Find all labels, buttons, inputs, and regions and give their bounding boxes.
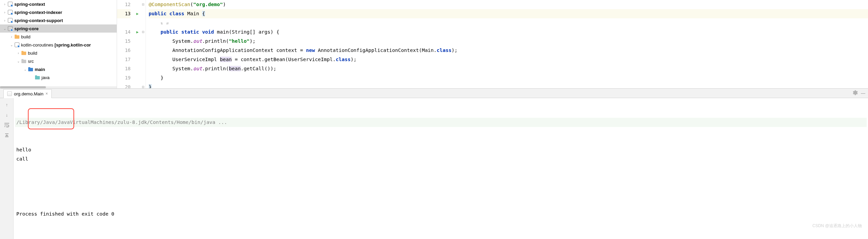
line-number[interactable]: 12 — [117, 0, 131, 9]
tree-item-build[interactable]: ›build — [0, 49, 117, 57]
tree-item-java[interactable]: java — [0, 73, 117, 81]
module-icon — [7, 18, 13, 23]
code-line[interactable]: System.out.println("hello"); — [149, 37, 868, 46]
console-area: ↑ ↓ /Library/Java/JavaVirtualMachines/zu… — [0, 98, 868, 239]
folder-teal-icon — [35, 75, 40, 80]
code-line[interactable]: @ComponentScan("org.demo") — [149, 0, 868, 9]
code-line[interactable]: public class Main { — [149, 9, 868, 18]
line-number[interactable]: 13 — [117, 9, 131, 18]
folder-orange-icon — [21, 50, 27, 56]
line-number[interactable]: 14 — [117, 27, 131, 37]
run-gutter-icon — [134, 55, 141, 64]
tree-item-spring-context-indexer[interactable]: ›spring-context-indexer — [0, 8, 117, 16]
folder-orange-icon — [14, 34, 20, 39]
run-gutter-icon — [134, 73, 141, 82]
gear-icon[interactable] — [852, 90, 858, 96]
tree-label: spring-core — [14, 26, 39, 31]
line-number[interactable]: 18 — [117, 64, 131, 73]
line-number[interactable]: 17 — [117, 55, 131, 64]
scroll-up-icon[interactable]: ↑ — [2, 100, 12, 109]
tree-arrow-icon[interactable]: › — [2, 10, 7, 15]
run-gutter-icon — [134, 18, 141, 27]
code-line[interactable]: AnnotationConfigApplicationContext conte… — [149, 46, 868, 55]
tree-arrow-icon[interactable]: › — [2, 18, 7, 23]
command-line: /Library/Java/JavaVirtualMachines/zulu-8… — [15, 118, 867, 127]
tree-arrow-icon[interactable]: ⌄ — [22, 67, 28, 72]
tree-item-spring-core[interactable]: ⌄spring-core — [0, 24, 117, 33]
tree-item-build[interactable]: ›build — [0, 33, 117, 41]
run-tab-bar: org.demo.Main × — — [0, 89, 868, 98]
tree-item-spring-context[interactable]: ›spring-context — [0, 0, 117, 8]
tree-label: build — [21, 34, 30, 39]
code-line[interactable]: } — [149, 73, 868, 82]
tree-label: java — [41, 75, 50, 80]
line-number[interactable]: 16 — [117, 46, 131, 55]
output-line: hello — [15, 145, 867, 154]
run-gutter-icon — [134, 46, 141, 55]
line-numbers: 121314151617181920 — [117, 0, 134, 88]
scroll-down-icon[interactable]: ↓ — [2, 110, 12, 119]
soft-wrap-icon[interactable] — [2, 121, 12, 129]
scrollbar-thumb[interactable] — [0, 86, 46, 88]
ide-root: ›spring-context›spring-context-indexer›s… — [0, 0, 868, 239]
fold-icon — [141, 18, 146, 27]
run-gutter-icon[interactable]: ▶ — [134, 9, 141, 18]
fold-icon — [141, 73, 146, 82]
run-gutter-icon — [134, 37, 141, 46]
run-markers: ▶▶ — [134, 0, 141, 88]
tree-arrow-icon[interactable] — [29, 75, 35, 80]
run-config-tab[interactable]: org.demo.Main × — [3, 89, 52, 98]
tree-item-src[interactable]: ⌄src — [0, 57, 117, 65]
line-number[interactable]: 19 — [117, 73, 131, 82]
code-line[interactable]: System.out.println(bean.getCall()); — [149, 64, 868, 73]
tree-arrow-icon[interactable]: › — [9, 34, 14, 39]
fold-icon — [141, 64, 146, 73]
tree-content: ›spring-context›spring-context-indexer›s… — [0, 0, 117, 86]
project-tree[interactable]: ›spring-context›spring-context-indexer›s… — [0, 0, 117, 88]
line-number[interactable] — [117, 18, 131, 27]
fold-icon — [141, 55, 146, 64]
tree-arrow-icon[interactable]: › — [2, 1, 7, 7]
exit-line: Process finished with exit code 0 — [15, 209, 867, 219]
scroll-to-end-icon[interactable] — [2, 131, 12, 140]
tree-arrow-icon[interactable]: ⌄ — [9, 42, 14, 48]
tree-item-main[interactable]: ⌄main — [0, 65, 117, 73]
console-output[interactable]: /Library/Java/JavaVirtualMachines/zulu-8… — [14, 98, 868, 239]
run-tool-window: org.demo.Main × — ↑ ↓ /Library/Java/Java… — [0, 88, 868, 239]
tree-item-kotlin-coroutines[interactable]: ⌄kotlin-coroutines [spring.kotlin-cor — [0, 41, 117, 49]
tree-label: spring-context-support — [14, 18, 63, 23]
module-icon — [7, 10, 13, 15]
run-gutter-icon — [134, 64, 141, 73]
code-line[interactable]: public static void main(String[] args) { — [149, 27, 868, 37]
tree-arrow-icon[interactable]: ⌄ — [16, 58, 21, 64]
close-icon[interactable]: × — [46, 91, 48, 96]
tree-label: build — [28, 51, 37, 56]
tree-label: kotlin-coroutines [spring.kotlin-cor — [21, 42, 91, 48]
minimize-icon[interactable]: — — [861, 91, 865, 96]
run-gutter-icon — [134, 0, 141, 9]
code-area[interactable]: @ComponentScan("org.demo")public class M… — [146, 0, 868, 88]
code-line[interactable]: ⇅ ⇄ — [149, 18, 868, 27]
line-number[interactable]: 15 — [117, 37, 131, 46]
tree-arrow-icon[interactable]: › — [16, 50, 21, 56]
fold-icon — [141, 37, 146, 46]
tree-label: src — [28, 59, 34, 64]
output-line: call — [15, 154, 867, 164]
console-toolbar: ↑ ↓ — [0, 98, 14, 239]
code-line[interactable]: UserServiceImpl bean = context.getBean(U… — [149, 55, 868, 64]
run-gutter-icon[interactable]: ▶ — [134, 27, 141, 37]
tree-arrow-icon[interactable]: ⌄ — [2, 26, 7, 31]
fold-icon — [141, 9, 146, 18]
fold-icon[interactable]: ⊟ — [141, 0, 146, 9]
upper-pane: ›spring-context›spring-context-indexer›s… — [0, 0, 868, 88]
blank-line — [15, 182, 867, 191]
folder-blue-icon — [28, 67, 33, 72]
editor-pane: 121314151617181920 ▶▶ ⊟⊟⊟ @ComponentScan… — [117, 0, 868, 88]
tree-label: main — [35, 67, 45, 72]
tree-scrollbar[interactable] — [0, 86, 117, 88]
fold-icon[interactable]: ⊟ — [141, 27, 146, 37]
tree-item-spring-context-support[interactable]: ›spring-context-support — [0, 16, 117, 24]
run-config-icon — [7, 91, 12, 96]
module-icon — [14, 42, 20, 48]
fold-icon — [141, 46, 146, 55]
